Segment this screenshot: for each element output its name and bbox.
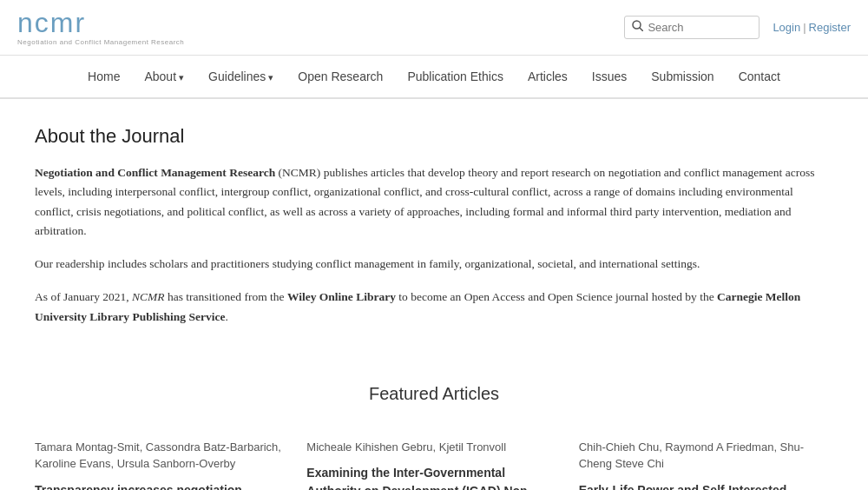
about-body: Negotiation and Conflict Management Rese… bbox=[35, 163, 833, 327]
nav-link-about[interactable]: About bbox=[132, 56, 196, 97]
nav-item-submission: Submission bbox=[639, 56, 726, 97]
nav-link-articles[interactable]: Articles bbox=[516, 56, 580, 97]
search-icon bbox=[632, 20, 643, 35]
paragraph3-mid: has transitioned from the bbox=[165, 290, 287, 303]
auth-separator: | bbox=[803, 21, 806, 34]
article-2-authors: Micheale Kihishen Gebru, Kjetil Tronvoll bbox=[306, 439, 561, 456]
article-card-2: Micheale Kihishen Gebru, Kjetil Tronvoll… bbox=[306, 430, 561, 490]
login-link[interactable]: Login bbox=[773, 21, 800, 34]
paragraph3-ncmr: NCMR bbox=[132, 290, 165, 303]
about-paragraph-2: Our readership includes scholars and pra… bbox=[35, 255, 833, 274]
about-paragraph-3: As of January 2021, NCMR has transitione… bbox=[35, 288, 833, 327]
logo-text: ncmr bbox=[17, 9, 184, 36]
about-title: About the Journal bbox=[35, 125, 833, 148]
svg-line-1 bbox=[640, 28, 643, 31]
search-input[interactable] bbox=[648, 21, 752, 34]
nav-link-guidelines[interactable]: Guidelines bbox=[196, 56, 286, 97]
article-1-title[interactable]: Transparency increases negotiation initi… bbox=[35, 481, 289, 490]
paragraph3-end: . bbox=[225, 310, 227, 323]
main-content: About the Journal Negotiation and Confli… bbox=[0, 99, 868, 490]
nav-link-submission[interactable]: Submission bbox=[639, 56, 726, 97]
nav-item-guidelines: Guidelines bbox=[196, 56, 286, 97]
article-2-title[interactable]: Examining the Inter-Governmental Authori… bbox=[306, 464, 561, 490]
wiley-link[interactable]: Wiley Online Library bbox=[287, 290, 396, 303]
main-nav: Home About Guidelines Open Research Publ… bbox=[0, 56, 868, 99]
journal-name-bold: Negotiation and Conflict Management Rese… bbox=[35, 166, 275, 179]
articles-grid: Tamara Montag-Smit, Cassondra Batz-Barba… bbox=[35, 430, 833, 490]
nav-list: Home About Guidelines Open Research Publ… bbox=[17, 56, 851, 97]
featured-section: Featured Articles Tamara Montag-Smit, Ca… bbox=[17, 384, 851, 490]
paragraph3-mid2: to become an Open Access and Open Scienc… bbox=[396, 290, 717, 303]
article-card-3: Chih-Chieh Chu, Raymond A Friedman, Shu-… bbox=[579, 430, 833, 490]
logo-subtitle: Negotiation and Conflict Management Rese… bbox=[17, 38, 184, 46]
featured-title: Featured Articles bbox=[35, 384, 833, 404]
article-3-title[interactable]: Early-Life Power and Self-Interested Beh… bbox=[579, 481, 833, 490]
paragraph3-pre: As of January 2021, bbox=[35, 290, 132, 303]
article-1-authors: Tamara Montag-Smit, Cassondra Batz-Barba… bbox=[35, 439, 289, 473]
nav-item-articles: Articles bbox=[516, 56, 580, 97]
nav-link-publication-ethics[interactable]: Publication Ethics bbox=[395, 56, 516, 97]
nav-item-open-research: Open Research bbox=[286, 56, 395, 97]
search-container bbox=[624, 16, 760, 39]
article-card-1: Tamara Montag-Smit, Cassondra Batz-Barba… bbox=[35, 430, 289, 490]
nav-item-contact: Contact bbox=[727, 56, 792, 97]
header-right: Login|Register bbox=[624, 16, 851, 39]
register-link[interactable]: Register bbox=[809, 21, 851, 34]
nav-item-issues: Issues bbox=[580, 56, 639, 97]
article-3-authors: Chih-Chieh Chu, Raymond A Friedman, Shu-… bbox=[579, 439, 833, 473]
logo: ncmr Negotiation and Conflict Management… bbox=[17, 9, 184, 46]
nav-item-publication-ethics: Publication Ethics bbox=[395, 56, 516, 97]
about-paragraph-1: Negotiation and Conflict Management Rese… bbox=[35, 163, 833, 241]
nav-link-home[interactable]: Home bbox=[76, 56, 132, 97]
auth-links: Login|Register bbox=[773, 21, 851, 34]
site-header: ncmr Negotiation and Conflict Management… bbox=[0, 0, 868, 56]
nav-link-issues[interactable]: Issues bbox=[580, 56, 639, 97]
nav-item-about: About bbox=[132, 56, 196, 97]
nav-link-contact[interactable]: Contact bbox=[727, 56, 792, 97]
nav-link-open-research[interactable]: Open Research bbox=[286, 56, 395, 97]
nav-item-home: Home bbox=[76, 56, 132, 97]
about-section: About the Journal Negotiation and Confli… bbox=[17, 99, 851, 358]
